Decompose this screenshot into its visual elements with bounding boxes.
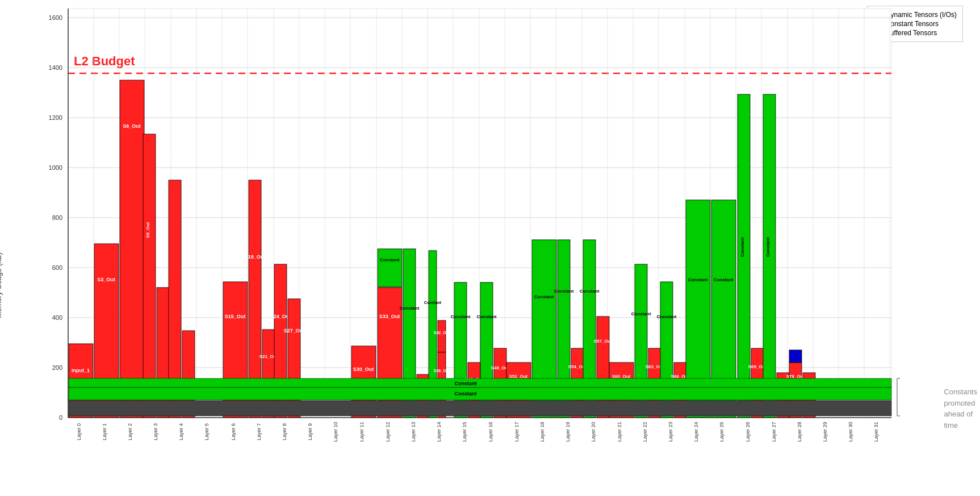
svg-text:1000: 1000 [49,164,62,171]
x-label-15: Layer 15 [462,422,467,441]
x-label-29: Layer 29 [822,422,828,441]
bar-layer3-s9out-left [143,134,156,418]
x-label-27: Layer 27 [771,422,777,441]
x-label-11: Layer 11 [359,422,365,441]
x-label-31: Layer 31 [873,422,879,441]
svg-text:0: 0 [59,414,62,421]
svg-text:Constant: Constant [534,294,554,299]
svg-text:S57_Out: S57_Out [594,339,613,344]
svg-text:S39_Out: S39_Out [434,369,450,373]
x-label-13: Layer 13 [411,422,416,441]
x-label-23: Layer 23 [668,422,673,441]
svg-text:Constant: Constant [657,314,677,319]
x-label-0: Layer 0 [76,423,82,440]
svg-text:Constant: Constant [714,277,734,282]
svg-text:S6_Out: S6_Out [123,123,141,129]
bar-layer14-s42out [438,320,446,352]
x-label-2: Layer 2 [127,423,133,440]
y-axis-label: Memory Usage (kB) [0,252,3,318]
x-label-30: Layer 30 [848,422,853,441]
svg-text:Constant: Constant [451,314,471,319]
svg-text:Constant: Constant [424,301,442,305]
svg-text:S51_Out: S51_Out [509,374,528,379]
svg-text:Constant: Constant [787,344,805,348]
svg-text:1400: 1400 [49,64,62,71]
svg-text:1200: 1200 [49,114,62,121]
svg-text:S3_Out: S3_Out [97,277,115,282]
x-label-21: Layer 21 [617,422,622,441]
svg-text:1600: 1600 [49,14,62,21]
svg-text:Constant: Constant [455,381,477,386]
x-label-24: Layer 24 [693,422,699,441]
x-label-18: Layer 18 [539,422,545,441]
x-label-7: Layer 7 [256,423,262,440]
x-label-5: Layer 5 [204,423,210,440]
x-label-19: Layer 19 [565,422,571,441]
svg-text:200: 200 [52,364,62,371]
baseline-dark-bar [69,401,891,416]
svg-text:S27_Out: S27_Out [284,328,305,334]
svg-text:Constant: Constant [765,237,770,257]
baseline-constant-1 [69,378,891,387]
svg-text:S12_Out: S12_Out [165,152,186,157]
x-label-14: Layer 14 [436,422,442,441]
svg-text:Constant: Constant [631,311,651,316]
x-label-26: Layer 26 [745,422,751,441]
svg-text:Constant: Constant [455,391,477,397]
l2-budget-label: L2 Budget [74,54,135,68]
svg-text:400: 400 [52,314,62,321]
constants-promoted-label: Constantspromotedahead oftime [944,386,977,431]
x-label-1: Layer 1 [102,423,107,440]
x-label-17: Layer 17 [514,422,520,441]
x-label-20: Layer 20 [590,422,596,441]
chart-container: Memory Usage (kB) Dynamic Tensors (I/Os)… [0,0,980,496]
x-label-16: Layer 16 [488,422,493,441]
svg-text:S60_Out: S60_Out [612,374,631,379]
svg-text:S30_Out: S30_Out [353,366,374,372]
svg-text:800: 800 [52,214,62,221]
main-chart-svg: 0 200 400 600 800 1000 1200 1400 1600 L2… [40,3,937,469]
svg-text:S9_Out: S9_Out [145,222,150,238]
svg-text:Constant: Constant [580,289,600,294]
svg-text:S33_Out: S33_Out [379,314,400,319]
baseline-constant-2 [69,387,891,400]
svg-text:Constant: Constant [688,277,708,282]
svg-text:600: 600 [52,264,62,271]
x-label-3: Layer 3 [153,423,158,440]
svg-text:S42_Out: S42_Out [434,331,450,335]
x-label-9: Layer 9 [307,423,313,440]
x-label-12: Layer 12 [385,422,391,441]
x-label-28: Layer 28 [797,422,802,441]
svg-text:Constant: Constant [477,314,497,319]
svg-text:S15_Out: S15_Out [225,314,246,319]
svg-text:S78_Out: S78_Out [786,374,805,379]
svg-text:Constant: Constant [380,257,400,262]
x-label-25: Layer 25 [719,422,724,441]
bar-layer2-s6out [120,80,144,418]
x-label-6: Layer 6 [231,423,236,440]
svg-text:Constant: Constant [554,289,574,294]
x-label-8: Layer 8 [282,423,287,440]
svg-text:Input_1: Input_1 [72,368,90,373]
svg-text:Constant: Constant [740,237,745,257]
x-label-10: Layer 10 [333,422,338,441]
svg-text:Constant: Constant [400,306,420,311]
x-label-22: Layer 22 [642,422,648,441]
svg-text:S18_Out: S18_Out [245,254,266,260]
x-label-4: Layer 4 [178,423,184,440]
bar-layer28-constant-blue [789,350,802,362]
bar-layer12-constant [378,249,402,287]
